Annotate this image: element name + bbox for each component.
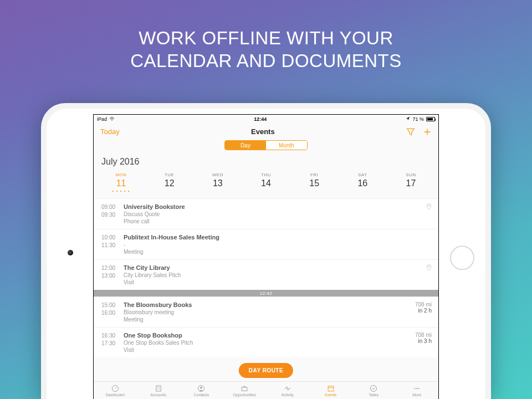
- svg-rect-6: [242, 387, 247, 390]
- day-number: 13: [193, 178, 242, 188]
- event-time: 10:0011:30: [101, 234, 120, 255]
- event-list-after-now: 15:0016:00The Bloomsbury BooksBloomsbury…: [94, 296, 438, 357]
- day-number: 11: [97, 178, 145, 188]
- segment-month[interactable]: Month: [266, 141, 307, 150]
- event-subtitle: City Library Sales Pitch: [124, 272, 431, 278]
- clock: 12:44: [115, 116, 406, 122]
- today-button[interactable]: Today: [100, 127, 120, 136]
- event-distance: 708 miin 2 h: [415, 301, 432, 314]
- day-dots: [339, 188, 387, 193]
- event-time: 09:0009:30: [101, 203, 120, 224]
- location-pin-icon: [426, 203, 432, 210]
- svg-point-0: [428, 205, 429, 206]
- svg-point-1: [428, 266, 429, 267]
- event-type: Meeting: [124, 316, 431, 323]
- location-pin-icon: [426, 264, 432, 271]
- tab-bar: DashboardAccountsContactsOpportunitiesAc…: [94, 381, 438, 399]
- day-dots: [242, 188, 290, 193]
- hero-line-1: WORK OFFLINE WITH YOUR: [0, 27, 532, 49]
- ipad-home-button[interactable]: [450, 245, 474, 270]
- day-number: 12: [145, 178, 193, 188]
- event-subtitle: Bloomsbury meeting: [124, 309, 431, 315]
- tab-tasks[interactable]: Tasks: [352, 382, 396, 399]
- day-dots: [387, 188, 435, 193]
- battery-icon: [426, 117, 435, 121]
- event-row[interactable]: 15:0016:00The Bloomsbury BooksBloomsbury…: [94, 296, 438, 327]
- tab-dashboard[interactable]: Dashboard: [94, 382, 137, 399]
- event-title: The Bloomsbury Books: [124, 301, 431, 308]
- day-dots: [193, 188, 242, 193]
- activity-icon: [284, 385, 291, 392]
- event-row[interactable]: 16:3017:30One Stop BookshopOne Stop Book…: [94, 327, 438, 357]
- event-subtitle: Discuss Quote: [124, 211, 431, 217]
- tab-label: Activity: [282, 393, 294, 397]
- briefcase-icon: [241, 385, 248, 392]
- day-route-button[interactable]: DAY ROUTE: [239, 363, 293, 378]
- event-row[interactable]: 12:0013:00The City LibraryCity Library S…: [94, 259, 438, 290]
- event-list-before-now: 09:0009:30University BookstoreDiscuss Qu…: [94, 198, 438, 290]
- segment-day[interactable]: Day: [225, 141, 266, 150]
- day-column[interactable]: SUN17: [387, 172, 435, 193]
- tab-contacts[interactable]: Contacts: [180, 382, 223, 399]
- hero-line-2: CALENDAR AND DOCUMENTS: [0, 49, 532, 72]
- event-subtitle: -: [124, 242, 431, 248]
- add-button[interactable]: [423, 127, 432, 136]
- svg-rect-7: [328, 386, 334, 391]
- event-type: Visit: [124, 347, 431, 353]
- filter-button[interactable]: [406, 127, 415, 136]
- day-column[interactable]: WED13: [193, 172, 242, 193]
- event-type: Visit: [124, 279, 431, 285]
- current-time-indicator: 12:42: [94, 290, 438, 296]
- tab-more[interactable]: More: [395, 382, 438, 399]
- wifi-icon: [109, 117, 115, 121]
- event-subtitle: One Stop Books Sales Pitch: [124, 340, 431, 346]
- day-column[interactable]: MON11• • • • •: [97, 172, 145, 193]
- event-row[interactable]: 10:0011:30Publitext In-House Sales Meeti…: [94, 229, 438, 259]
- tab-events[interactable]: Events: [309, 382, 352, 399]
- ipad-frame: iPad 12:44 71 % Today Events: [41, 103, 491, 399]
- day-column[interactable]: THU14: [242, 172, 290, 193]
- location-arrow-icon: [406, 116, 410, 122]
- tab-accounts[interactable]: Accounts: [137, 382, 180, 399]
- tab-label: Opportunities: [233, 393, 256, 397]
- svg-point-8: [371, 385, 377, 391]
- calendar-icon: [327, 385, 335, 392]
- battery-percent: 71 %: [412, 116, 424, 122]
- day-column[interactable]: TUE12: [145, 172, 193, 193]
- tab-label: Accounts: [150, 393, 166, 397]
- day-column[interactable]: SAT16: [339, 172, 387, 193]
- svg-point-10: [416, 387, 417, 388]
- event-time: 15:0016:00: [101, 301, 120, 323]
- event-time: 16:3017:30: [101, 332, 120, 353]
- tab-label: Contacts: [194, 393, 209, 397]
- day-number: 16: [339, 178, 387, 188]
- event-type: Phone call: [124, 218, 431, 224]
- day-number: 17: [387, 178, 435, 188]
- ipad-camera: [68, 250, 73, 255]
- tab-opportunities[interactable]: Opportunities: [223, 382, 266, 399]
- event-row[interactable]: 09:0009:30University BookstoreDiscuss Qu…: [94, 198, 438, 229]
- event-time: 12:0013:00: [101, 264, 120, 285]
- tab-label: Events: [325, 393, 336, 397]
- more-icon: [413, 385, 421, 392]
- day-of-week: THU: [242, 172, 290, 177]
- view-segmented-control: Day Month: [94, 140, 438, 155]
- tab-activity[interactable]: Activity: [266, 382, 309, 399]
- building-icon: [155, 385, 162, 392]
- day-of-week: MON: [97, 172, 145, 177]
- day-column[interactable]: FRI15: [290, 172, 339, 193]
- person-icon: [197, 385, 205, 392]
- event-title: Publitext In-House Sales Meeting: [124, 234, 431, 241]
- svg-point-9: [415, 387, 416, 388]
- event-title: One Stop Bookshop: [124, 332, 431, 339]
- day-of-week: SAT: [339, 172, 387, 177]
- day-of-week: TUE: [145, 172, 193, 177]
- hero-headline: WORK OFFLINE WITH YOUR CALENDAR AND DOCU…: [0, 27, 532, 73]
- page-title: Events: [120, 127, 406, 136]
- week-strip: MON11• • • • •TUE12WED13THU14FRI15SAT16S…: [94, 167, 438, 198]
- day-dots: [290, 188, 339, 193]
- day-of-week: WED: [193, 172, 242, 177]
- promo-background: WORK OFFLINE WITH YOUR CALENDAR AND DOCU…: [0, 0, 532, 399]
- svg-point-5: [201, 386, 203, 388]
- status-bar: iPad 12:44 71 %: [94, 115, 438, 124]
